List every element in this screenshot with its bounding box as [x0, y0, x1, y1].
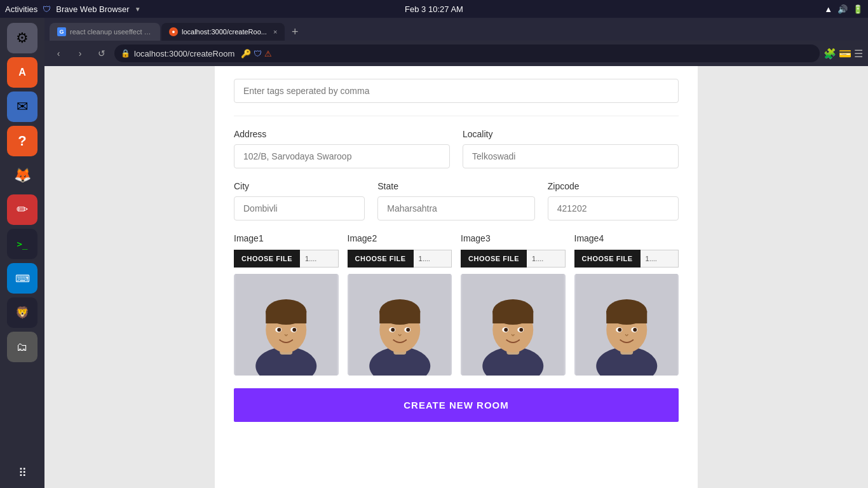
create-room-button[interactable]: CREATE NEW ROOM	[234, 388, 679, 422]
zipcode-input[interactable]	[548, 196, 679, 220]
lock-icon: 🔒	[121, 49, 130, 58]
sidebar-item-vscode[interactable]: ⌨	[7, 263, 37, 294]
sidebar-item-files[interactable]: 🗂	[7, 332, 37, 362]
browser-shield-icon: 🛡	[43, 4, 51, 14]
divider-1	[234, 116, 679, 116]
tab-favicon-1: G	[57, 27, 66, 36]
tab-label-1: react cleanup useeffect - Goog	[70, 28, 153, 36]
image3-group: Image3 CHOOSE FILE 1....	[461, 233, 566, 376]
address-locality-row: Address Locality	[234, 129, 679, 168]
image4-label: Image4	[574, 233, 679, 243]
image3-file-row: CHOOSE FILE 1....	[461, 250, 566, 268]
sidebar-item-brave[interactable]: 🦁	[7, 297, 37, 328]
new-tab-button[interactable]: +	[286, 23, 304, 41]
svg-point-19	[406, 328, 410, 332]
image4-preview	[574, 274, 679, 376]
tab-bar: G react cleanup useeffect - Goog ● local…	[44, 18, 868, 41]
reload-button[interactable]: ↺	[93, 44, 111, 62]
image2-preview	[348, 274, 452, 376]
city-group: City	[234, 181, 365, 220]
address-label: Address	[234, 129, 450, 139]
sidebar: ⚙ A ✉ ? 🦊 ✏ >_ ⌨ 🦁 🗂 ⠿	[0, 18, 44, 488]
svg-point-39	[633, 328, 637, 332]
image4-group: Image4 CHOOSE FILE 1....	[574, 233, 679, 376]
svg-point-18	[391, 328, 395, 332]
forward-button[interactable]: ›	[71, 44, 89, 62]
extensions-icon[interactable]: 🧩	[824, 48, 836, 60]
dropdown-arrow-icon[interactable]: ▼	[135, 6, 141, 13]
sidebar-item-mail[interactable]: ✉	[7, 92, 37, 122]
browser-chrome: G react cleanup useeffect - Goog ● local…	[44, 18, 868, 66]
brave-shield-icon: 🛡	[254, 49, 262, 58]
image4-file-row: CHOOSE FILE 1....	[574, 250, 679, 268]
tab-label-2: localhost:3000/createRoo...	[182, 28, 267, 36]
warning-icon: ⚠	[264, 49, 272, 58]
svg-point-28	[504, 328, 508, 332]
activities-label[interactable]: Activities	[5, 4, 37, 14]
sidebar-item-pen[interactable]: ✏	[7, 194, 37, 225]
battery-icon: 🔋	[853, 4, 863, 14]
image2-choose-file-button[interactable]: CHOOSE FILE	[348, 250, 414, 268]
image2-file-name: 1....	[414, 250, 452, 268]
svg-rect-5	[266, 311, 306, 323]
image2-group: Image2 CHOOSE FILE 1....	[348, 233, 452, 376]
locality-input[interactable]	[463, 144, 679, 168]
wallet-icon[interactable]: 💳	[839, 48, 851, 60]
sidebar-item-firefox[interactable]: 🦊	[7, 160, 37, 191]
city-label: City	[234, 181, 365, 191]
wifi-icon: ▲	[824, 4, 832, 14]
svg-point-29	[519, 328, 523, 332]
tab-react-cleanup[interactable]: G react cleanup useeffect - Goog	[50, 23, 160, 41]
address-group: Address	[234, 129, 450, 168]
sidebar-item-terminal[interactable]: >_	[7, 229, 37, 259]
image1-choose-file-button[interactable]: CHOOSE FILE	[234, 250, 300, 268]
svg-rect-35	[606, 311, 647, 323]
svg-rect-25	[492, 311, 533, 323]
image3-preview	[461, 274, 566, 376]
state-label: State	[377, 181, 535, 191]
city-state-zip-row: City State Zipcode	[234, 181, 679, 220]
image1-file-name: 1....	[300, 250, 338, 268]
locality-label: Locality	[463, 129, 679, 139]
address-input[interactable]	[234, 144, 450, 168]
image1-group: Image1 CHOOSE FILE 1....	[234, 233, 339, 376]
datetime-label: Feb 3 10:27 AM	[405, 4, 463, 14]
address-text: localhost:3000/createRoom	[134, 49, 234, 58]
back-button[interactable]: ‹	[50, 44, 67, 62]
image3-file-name: 1....	[527, 250, 565, 268]
nav-bar: ‹ › ↺ 🔒 localhost:3000/createRoom 🔑 🛡 ⚠ …	[44, 41, 868, 66]
city-input[interactable]	[234, 196, 365, 220]
image3-label: Image3	[461, 233, 566, 243]
tab-close-btn[interactable]: ×	[273, 28, 277, 36]
state-group: State	[377, 181, 535, 220]
os-bar: Activities 🛡 Brave Web Browser ▼ Feb 3 1…	[0, 0, 868, 18]
sidebar-item-help[interactable]: ?	[7, 126, 37, 156]
key-icon: 🔑	[241, 49, 251, 58]
page-content: Address Locality City State Zipcode	[44, 66, 868, 488]
address-bar[interactable]: 🔒 localhost:3000/createRoom 🔑 🛡 ⚠	[114, 44, 820, 62]
zipcode-group: Zipcode	[548, 181, 679, 220]
svg-rect-15	[379, 311, 420, 323]
menu-icon[interactable]: ☰	[854, 48, 863, 60]
sidebar-item-apt[interactable]: A	[7, 57, 37, 88]
images-row: Image1 CHOOSE FILE 1....	[234, 233, 679, 376]
svg-point-38	[618, 328, 621, 332]
svg-point-9	[292, 328, 296, 332]
image3-choose-file-button[interactable]: CHOOSE FILE	[461, 250, 527, 268]
sidebar-item-settings[interactable]: ⚙	[7, 23, 37, 53]
sidebar-item-apps-grid[interactable]: ⠿	[7, 458, 37, 488]
image1-file-row: CHOOSE FILE 1....	[234, 250, 339, 268]
tags-input[interactable]	[234, 79, 679, 103]
image2-file-row: CHOOSE FILE 1....	[348, 250, 452, 268]
image1-label: Image1	[234, 233, 339, 243]
form-container: Address Locality City State Zipcode	[215, 66, 698, 488]
image4-file-name: 1....	[641, 250, 679, 268]
zipcode-label: Zipcode	[548, 181, 679, 191]
svg-point-8	[277, 328, 281, 332]
browser-name-label: Brave Web Browser	[56, 4, 129, 14]
image4-choose-file-button[interactable]: CHOOSE FILE	[574, 250, 641, 268]
tab-create-room[interactable]: ● localhost:3000/createRoo... ×	[161, 23, 285, 41]
state-input[interactable]	[377, 196, 535, 220]
nav-right-icons: 🧩 💳 ☰	[824, 48, 863, 60]
image1-preview	[234, 274, 339, 376]
